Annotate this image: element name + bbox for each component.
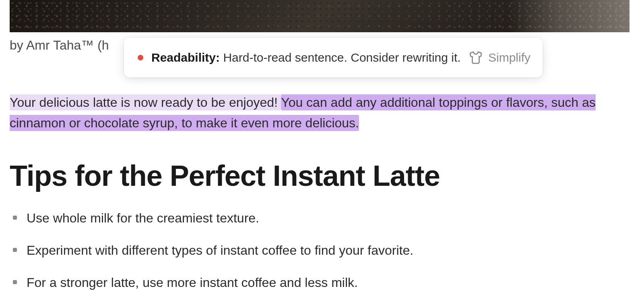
list-item: For a stronger latte, use more instant c… [10, 273, 644, 292]
tips-list: Use whole milk for the creamiest texture… [10, 208, 644, 292]
list-item: Experiment with different types of insta… [10, 241, 644, 260]
highlighted-sentence-light: Your delicious latte is now ready to be … [10, 94, 281, 110]
list-item: Use whole milk for the creamiest texture… [10, 208, 644, 228]
section-heading: Tips for the Perfect Instant Latte [10, 159, 634, 192]
tooltip-category: Readability: [151, 51, 220, 64]
highlighted-paragraph[interactable]: Your delicious latte is now ready to be … [10, 92, 634, 133]
hero-image [10, 0, 630, 32]
simplify-label: Simplify [488, 51, 530, 64]
tshirt-icon [469, 51, 483, 64]
severity-dot-icon [138, 55, 143, 60]
tooltip-message: Readability: Hard-to-read sentence. Cons… [151, 51, 469, 64]
readability-tooltip[interactable]: Readability: Hard-to-read sentence. Cons… [124, 38, 543, 77]
tooltip-body: Hard-to-read sentence. Consider rewritin… [223, 51, 460, 64]
simplify-button[interactable]: Simplify [469, 51, 530, 64]
